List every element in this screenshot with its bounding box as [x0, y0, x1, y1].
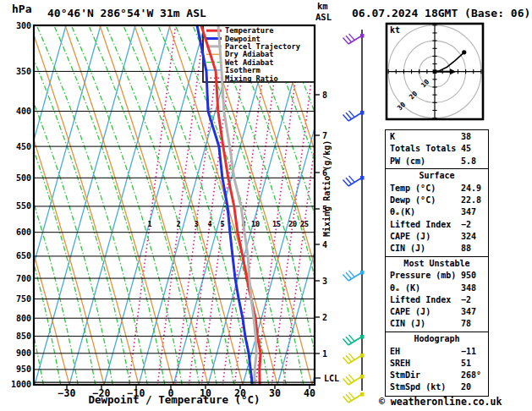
isotherm-line	[0, 25, 101, 385]
wet-adiabat-line	[0, 25, 96, 385]
pressure-tick-label: 550	[16, 201, 31, 211]
table-row: SREH51	[386, 358, 488, 370]
table-row-label: Dewp (°C)	[386, 195, 461, 206]
table-row-value: 347	[461, 206, 488, 218]
mixing-ratio-line	[157, 25, 204, 385]
mixing-ratio-value-label: 25	[300, 220, 309, 228]
wet-adiabat-line	[123, 25, 234, 385]
table-row-label: EH	[386, 346, 461, 358]
pressure-tick-label: 750	[16, 294, 31, 304]
table-section: K38Totals Totals45PW (cm)5.8	[385, 129, 489, 170]
table-row-label: StmDir	[386, 370, 461, 381]
table-row: θₑ (K)348	[386, 282, 488, 294]
mixing-ratio-value-label: 8	[241, 220, 245, 228]
wet-adiabat-line	[210, 25, 321, 385]
table-row-label: CIN (J)	[386, 243, 461, 255]
hodograph-ring-label: 30	[396, 101, 407, 112]
wet-adiabat-line	[193, 25, 304, 385]
table-row-value: 51	[461, 358, 488, 370]
pressure-tick-label: 300	[16, 21, 31, 30]
x-tick-label: 40	[304, 387, 315, 399]
table-row-value: 348	[461, 282, 488, 294]
dry-adiabat-line	[0, 25, 69, 385]
mixing-ratio-value-label: 10	[251, 220, 260, 228]
mixing-ratio-line	[255, 25, 302, 385]
table-row-label: θₑ (K)	[386, 282, 461, 294]
table-row-value: 950	[461, 270, 488, 282]
station-title: 40°46'N 286°54'W 31m ASL	[47, 7, 206, 19]
table-section-header: Surface	[386, 170, 488, 182]
dry-adiabat-line	[204, 25, 312, 385]
pressure-tick-label: 350	[16, 67, 31, 76]
wet-adiabat-line	[36, 25, 147, 385]
pressure-tick-label: 950	[16, 364, 31, 374]
legend-label: Dewpoint	[225, 35, 261, 43]
mixing-ratio-line	[129, 25, 175, 385]
legend-label: Wet Adiabat	[225, 58, 274, 67]
x-tick-label: −30	[58, 387, 76, 399]
table-row: K38	[386, 131, 488, 143]
mixing-ratio-line	[271, 25, 318, 385]
wind-barb	[343, 392, 365, 403]
table-row-value: −2	[461, 219, 488, 231]
table-row-value: 5.8	[461, 156, 488, 167]
hodograph-unit-label: kt	[390, 25, 400, 35]
mixing-ratio-value-label: 1	[147, 220, 151, 228]
hodograph: 102030	[387, 24, 483, 119]
table-section-header: Hodograph	[386, 333, 488, 345]
table-row-label: Lifted Index	[386, 294, 461, 306]
table-row: Temp (°C)24.9	[386, 183, 488, 195]
table-row-value: 45	[461, 143, 488, 155]
table-row: CAPE (J)324	[386, 231, 488, 243]
km-tick-label: 7	[322, 131, 327, 140]
wet-adiabat-line	[140, 25, 251, 385]
profile-parcel-trajectory	[218, 25, 256, 385]
isotherm-line	[0, 25, 66, 385]
isotherm-line	[104, 25, 205, 385]
table-row: Lifted Index−2	[386, 219, 488, 231]
isotherm-line	[69, 25, 170, 385]
table-row-value: 38	[461, 131, 488, 143]
pressure-tick-label: 500	[16, 173, 31, 183]
hodograph-trace-end-dot	[462, 50, 466, 54]
legend-label: Mixing Ratio	[225, 74, 278, 83]
pressure-tick-label: 400	[16, 107, 31, 116]
isotherm-line	[208, 25, 309, 385]
table-row: EH−11	[386, 346, 488, 358]
wet-adiabat-line	[106, 25, 217, 385]
dry-adiabat-line	[169, 25, 277, 385]
plot-border	[34, 25, 315, 385]
table-row-value: 22.8	[461, 195, 488, 206]
table-row-value: 268°	[461, 370, 488, 381]
wind-barb	[343, 335, 365, 345]
hodograph-ring-label: 20	[408, 90, 419, 101]
wet-adiabat-line	[175, 25, 286, 385]
wind-barb	[343, 353, 365, 364]
pressure-tick-label: 600	[16, 227, 31, 237]
table-row: θₑ(K)347	[386, 206, 488, 218]
wind-barb	[343, 111, 365, 121]
table-row-label: SREH	[386, 358, 461, 370]
table-row: CIN (J)78	[386, 318, 488, 330]
table-row-value: 24.9	[461, 183, 488, 195]
dry-adiabat-line	[134, 25, 243, 385]
wet-adiabat-line	[0, 25, 43, 385]
isotherm-line	[35, 25, 135, 385]
dry-adiabat-line	[0, 25, 104, 385]
table-row-label: CAPE (J)	[386, 306, 461, 318]
table-section-header: Most Unstable	[386, 258, 488, 270]
isotherm-line	[139, 25, 239, 385]
mixing-ratio-value-label: 3	[194, 220, 198, 228]
wet-adiabat-line	[71, 25, 182, 385]
table-row: Lifted Index−2	[386, 294, 488, 306]
hodograph-ring-label: 10	[420, 78, 431, 89]
table-row-label: CAPE (J)	[386, 231, 461, 243]
table-row: StmDir268°	[386, 370, 488, 381]
pressure-tick-label: 700	[16, 274, 31, 283]
wet-adiabat-line	[2, 25, 112, 385]
pressure-tick-label: 800	[16, 314, 31, 323]
table-row: CIN (J)88	[386, 243, 488, 255]
datetime-title: 06.07.2024 18GMT (Base: 06)	[352, 7, 530, 19]
profile-dewpoint	[197, 25, 253, 385]
table-row-value: 88	[461, 243, 488, 255]
